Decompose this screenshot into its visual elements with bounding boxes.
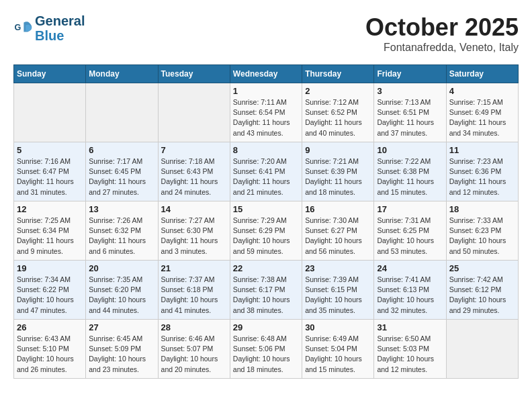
month-title: October 2025 bbox=[365, 13, 519, 42]
calendar-cell: 23Sunrise: 7:39 AM Sunset: 6:15 PM Dayli… bbox=[302, 261, 374, 320]
logo-line1: General bbox=[35, 13, 85, 28]
logo-icon: G bbox=[13, 19, 32, 38]
day-number: 13 bbox=[89, 204, 154, 214]
calendar-cell: 5Sunrise: 7:16 AM Sunset: 6:47 PM Daylig… bbox=[14, 142, 86, 201]
day-number: 21 bbox=[161, 263, 227, 273]
day-number: 20 bbox=[89, 263, 154, 273]
calendar-cell: 17Sunrise: 7:31 AM Sunset: 6:25 PM Dayli… bbox=[374, 201, 446, 261]
title-block: October 2025 Fontanafredda, Veneto, Ital… bbox=[365, 13, 519, 54]
calendar-cell: 13Sunrise: 7:26 AM Sunset: 6:32 PM Dayli… bbox=[86, 201, 158, 261]
day-number: 3 bbox=[377, 86, 443, 96]
day-number: 28 bbox=[161, 322, 227, 332]
weekday-header-wednesday: Wednesday bbox=[230, 65, 302, 83]
logo-line2: Blue bbox=[35, 28, 85, 43]
calendar-cell: 31Sunrise: 6:50 AM Sunset: 5:03 PM Dayli… bbox=[374, 320, 446, 379]
day-info: Sunrise: 7:25 AM Sunset: 6:34 PM Dayligh… bbox=[17, 216, 83, 257]
svg-text:G: G bbox=[14, 23, 21, 32]
day-info: Sunrise: 7:31 AM Sunset: 6:25 PM Dayligh… bbox=[377, 216, 443, 257]
calendar-table: SundayMondayTuesdayWednesdayThursdayFrid… bbox=[13, 64, 519, 379]
calendar-cell: 2Sunrise: 7:12 AM Sunset: 6:52 PM Daylig… bbox=[302, 83, 374, 142]
day-info: Sunrise: 6:45 AM Sunset: 5:09 PM Dayligh… bbox=[89, 334, 154, 375]
calendar-cell: 15Sunrise: 7:29 AM Sunset: 6:29 PM Dayli… bbox=[230, 201, 302, 261]
calendar-cell bbox=[14, 83, 86, 142]
day-number: 7 bbox=[161, 145, 227, 155]
calendar-cell: 27Sunrise: 6:45 AM Sunset: 5:09 PM Dayli… bbox=[86, 320, 158, 379]
day-number: 31 bbox=[377, 322, 443, 332]
calendar-cell: 28Sunrise: 6:46 AM Sunset: 5:07 PM Dayli… bbox=[158, 320, 230, 379]
day-info: Sunrise: 7:33 AM Sunset: 6:23 PM Dayligh… bbox=[449, 216, 515, 257]
day-info: Sunrise: 7:21 AM Sunset: 6:39 PM Dayligh… bbox=[305, 156, 371, 197]
day-info: Sunrise: 7:26 AM Sunset: 6:32 PM Dayligh… bbox=[89, 216, 154, 257]
calendar-week-3: 12Sunrise: 7:25 AM Sunset: 6:34 PM Dayli… bbox=[14, 201, 519, 261]
day-info: Sunrise: 7:39 AM Sunset: 6:15 PM Dayligh… bbox=[305, 275, 371, 316]
calendar-cell: 19Sunrise: 7:34 AM Sunset: 6:22 PM Dayli… bbox=[14, 261, 86, 320]
day-number: 22 bbox=[233, 263, 299, 273]
calendar-cell: 3Sunrise: 7:13 AM Sunset: 6:51 PM Daylig… bbox=[374, 83, 446, 142]
day-number: 26 bbox=[17, 322, 83, 332]
calendar-cell: 30Sunrise: 6:49 AM Sunset: 5:04 PM Dayli… bbox=[302, 320, 374, 379]
calendar-cell: 8Sunrise: 7:20 AM Sunset: 6:41 PM Daylig… bbox=[230, 142, 302, 201]
day-number: 6 bbox=[89, 145, 154, 155]
day-number: 14 bbox=[161, 204, 227, 214]
day-info: Sunrise: 7:16 AM Sunset: 6:47 PM Dayligh… bbox=[17, 156, 83, 197]
day-number: 23 bbox=[305, 263, 371, 273]
day-number: 12 bbox=[17, 204, 83, 214]
weekday-header-thursday: Thursday bbox=[302, 65, 374, 83]
day-info: Sunrise: 7:12 AM Sunset: 6:52 PM Dayligh… bbox=[305, 97, 371, 138]
day-info: Sunrise: 6:43 AM Sunset: 5:10 PM Dayligh… bbox=[17, 334, 83, 375]
day-info: Sunrise: 7:42 AM Sunset: 6:12 PM Dayligh… bbox=[449, 275, 515, 316]
day-info: Sunrise: 7:30 AM Sunset: 6:27 PM Dayligh… bbox=[305, 216, 371, 257]
day-number: 8 bbox=[233, 145, 299, 155]
day-number: 25 bbox=[449, 263, 515, 273]
day-info: Sunrise: 7:37 AM Sunset: 6:18 PM Dayligh… bbox=[161, 275, 227, 316]
day-info: Sunrise: 7:11 AM Sunset: 6:54 PM Dayligh… bbox=[233, 97, 299, 138]
day-number: 19 bbox=[17, 263, 83, 273]
day-info: Sunrise: 7:15 AM Sunset: 6:49 PM Dayligh… bbox=[449, 97, 515, 138]
page-header: G General Blue October 2025 Fontanafredd… bbox=[13, 13, 519, 54]
calendar-header: SundayMondayTuesdayWednesdayThursdayFrid… bbox=[14, 65, 519, 83]
day-number: 5 bbox=[17, 145, 83, 155]
day-number: 17 bbox=[377, 204, 443, 214]
day-number: 30 bbox=[305, 322, 371, 332]
day-number: 2 bbox=[305, 86, 371, 96]
day-info: Sunrise: 7:41 AM Sunset: 6:13 PM Dayligh… bbox=[377, 275, 443, 316]
calendar-cell: 9Sunrise: 7:21 AM Sunset: 6:39 PM Daylig… bbox=[302, 142, 374, 201]
calendar-cell: 11Sunrise: 7:23 AM Sunset: 6:36 PM Dayli… bbox=[446, 142, 518, 201]
day-info: Sunrise: 6:46 AM Sunset: 5:07 PM Dayligh… bbox=[161, 334, 227, 375]
calendar-cell bbox=[158, 83, 230, 142]
weekday-header-sunday: Sunday bbox=[14, 65, 86, 83]
calendar-cell bbox=[446, 320, 518, 379]
weekday-header-row: SundayMondayTuesdayWednesdayThursdayFrid… bbox=[14, 65, 519, 83]
calendar-cell: 29Sunrise: 6:48 AM Sunset: 5:06 PM Dayli… bbox=[230, 320, 302, 379]
day-number: 24 bbox=[377, 263, 443, 273]
calendar-cell: 22Sunrise: 7:38 AM Sunset: 6:17 PM Dayli… bbox=[230, 261, 302, 320]
calendar-cell: 6Sunrise: 7:17 AM Sunset: 6:45 PM Daylig… bbox=[86, 142, 158, 201]
calendar-cell bbox=[86, 83, 158, 142]
day-number: 4 bbox=[449, 86, 515, 96]
day-number: 16 bbox=[305, 204, 371, 214]
weekday-header-friday: Friday bbox=[374, 65, 446, 83]
day-info: Sunrise: 7:23 AM Sunset: 6:36 PM Dayligh… bbox=[449, 156, 515, 197]
calendar-week-1: 1Sunrise: 7:11 AM Sunset: 6:54 PM Daylig… bbox=[14, 83, 519, 142]
calendar-week-4: 19Sunrise: 7:34 AM Sunset: 6:22 PM Dayli… bbox=[14, 261, 519, 320]
day-number: 9 bbox=[305, 145, 371, 155]
day-info: Sunrise: 6:48 AM Sunset: 5:06 PM Dayligh… bbox=[233, 334, 299, 375]
day-number: 1 bbox=[233, 86, 299, 96]
day-info: Sunrise: 7:18 AM Sunset: 6:43 PM Dayligh… bbox=[161, 156, 227, 197]
day-info: Sunrise: 6:49 AM Sunset: 5:04 PM Dayligh… bbox=[305, 334, 371, 375]
weekday-header-monday: Monday bbox=[86, 65, 158, 83]
day-number: 10 bbox=[377, 145, 443, 155]
calendar-cell: 24Sunrise: 7:41 AM Sunset: 6:13 PM Dayli… bbox=[374, 261, 446, 320]
logo: G General Blue bbox=[13, 13, 85, 43]
calendar-week-2: 5Sunrise: 7:16 AM Sunset: 6:47 PM Daylig… bbox=[14, 142, 519, 201]
day-number: 11 bbox=[449, 145, 515, 155]
day-number: 18 bbox=[449, 204, 515, 214]
day-number: 15 bbox=[233, 204, 299, 214]
day-info: Sunrise: 7:35 AM Sunset: 6:20 PM Dayligh… bbox=[89, 275, 154, 316]
day-info: Sunrise: 7:22 AM Sunset: 6:38 PM Dayligh… bbox=[377, 156, 443, 197]
day-info: Sunrise: 6:50 AM Sunset: 5:03 PM Dayligh… bbox=[377, 334, 443, 375]
calendar-cell: 20Sunrise: 7:35 AM Sunset: 6:20 PM Dayli… bbox=[86, 261, 158, 320]
calendar-cell: 18Sunrise: 7:33 AM Sunset: 6:23 PM Dayli… bbox=[446, 201, 518, 261]
calendar-cell: 10Sunrise: 7:22 AM Sunset: 6:38 PM Dayli… bbox=[374, 142, 446, 201]
day-info: Sunrise: 7:34 AM Sunset: 6:22 PM Dayligh… bbox=[17, 275, 83, 316]
